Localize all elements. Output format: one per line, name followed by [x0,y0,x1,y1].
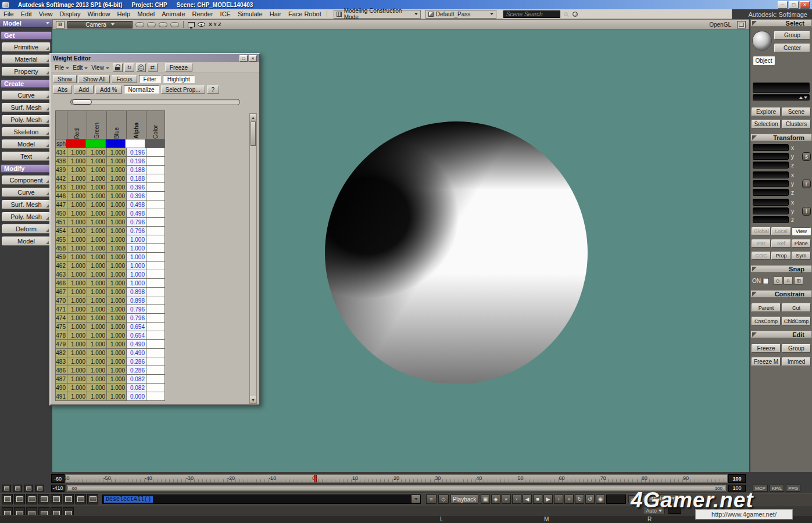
weight-editor-menu-item[interactable]: File [53,65,71,71]
scene-search-input[interactable]: Scene Search [503,10,560,18]
left-panel-button[interactable]: Property [2,67,51,76]
alpha-value-cell[interactable]: 0.082 [127,384,146,392]
red-value-cell[interactable]: 1.000 [67,323,87,331]
play-button[interactable]: ▶ [543,495,553,504]
maximize-pane-icon[interactable] [737,21,746,28]
viewport-pane-button[interactable]: B [56,21,65,28]
green-value-cell[interactable]: 1.000 [87,305,107,314]
blue-value-cell[interactable]: 1.000 [107,331,127,340]
search-options-icon[interactable] [573,12,578,17]
color-cell[interactable] [146,349,165,357]
grid-tool-icon[interactable] [35,485,44,492]
red-value-cell[interactable]: 1.000 [67,366,87,375]
color-cell[interactable] [146,174,165,183]
weight-editor-menu-item[interactable]: View [90,65,111,71]
weight-mode-button[interactable]: Normalize [124,85,159,94]
color-cell[interactable] [146,375,165,384]
blue-value-cell[interactable]: 1.000 [107,288,127,296]
sphere-object[interactable] [325,121,588,384]
left-panel-button[interactable]: Text [2,152,51,161]
filter-toggle-button[interactable]: Filter [139,75,161,83]
alpha-value-cell[interactable]: 0.188 [127,174,146,183]
blue-value-cell[interactable]: 1.000 [107,384,127,392]
blue-value-cell[interactable]: 1.000 [107,253,127,262]
green-column-header[interactable]: Green [87,110,107,139]
layout-double-icon[interactable] [14,494,25,504]
timeline-ruler[interactable]: -60-50-40-30-20-100102030405060708090 [65,474,728,483]
vertex-index-cell[interactable]: 455 [55,235,67,244]
alpha-value-cell[interactable]: 1.000 [127,235,146,244]
vertex-index-cell[interactable]: 459 [55,253,67,262]
red-value-cell[interactable]: 1.000 [67,331,87,340]
selection-button[interactable]: Selection [752,120,781,128]
playback-range-slider[interactable]: -60 100 [66,485,727,492]
alpha-value-cell[interactable]: 1.000 [127,253,146,262]
transform-mode-button[interactable]: s [802,152,811,161]
alpha-value-cell[interactable]: 0.082 [127,375,146,384]
axis-toggle[interactable]: X [208,22,213,27]
alpha-value-cell[interactable]: 0.796 [127,227,146,235]
menubar-item[interactable]: View [35,9,56,19]
layout-single-icon[interactable] [2,494,13,504]
alpha-value-cell[interactable]: 0.490 [127,349,146,357]
camera-memo-icon[interactable] [147,22,156,27]
blue-value-cell[interactable]: 1.000 [107,174,127,183]
edit-button[interactable]: Immed [782,357,811,366]
green-value-cell[interactable]: 1.000 [87,183,107,192]
color-column-header[interactable]: Color [146,110,165,139]
transform-option-button[interactable]: Prop [771,252,790,260]
alpha-value-cell[interactable]: 0.196 [127,157,146,166]
color-cell[interactable] [146,305,165,314]
red-value-cell[interactable]: 1.000 [67,279,87,288]
blue-value-cell[interactable]: 1.000 [107,296,127,305]
color-cell[interactable] [146,392,165,401]
transform-z-field[interactable] [753,162,789,169]
weight-mode-button[interactable]: ? [207,85,220,94]
camera-memo-icon[interactable] [170,22,179,27]
script-history-dropdown[interactable] [412,495,420,503]
color-cell[interactable] [146,288,165,296]
channel-swatch[interactable] [66,139,86,148]
alpha-column-header[interactable]: Alpha [127,110,146,139]
minimize-button[interactable]: – [778,1,788,9]
vertex-index-cell[interactable]: 471 [55,305,67,314]
filter-toggle-button[interactable]: Focus [112,75,137,83]
transform-y-field[interactable] [753,153,789,160]
vertex-index-cell[interactable]: 479 [55,340,67,349]
snap-grid-icon[interactable]: ⊞ [794,277,803,285]
green-value-cell[interactable]: 1.000 [87,262,107,270]
color-cell[interactable] [146,279,165,288]
maximize-button[interactable]: □ [789,1,799,9]
alpha-value-cell[interactable]: 0.396 [127,183,146,192]
left-panel-button[interactable]: Skeleton [2,127,51,137]
green-value-cell[interactable]: 1.000 [87,192,107,200]
alpha-value-cell[interactable]: 0.286 [127,357,146,366]
layout-preset-a-icon[interactable] [63,494,74,504]
vertex-index-cell[interactable]: 447 [55,200,67,209]
space-mode-button[interactable]: Local [771,227,790,235]
vertex-index-cell[interactable]: 439 [55,166,67,174]
blue-value-cell[interactable]: 1.000 [107,323,127,331]
command-log-icon[interactable]: ◇ [438,495,449,504]
left-panel-button[interactable]: Poly. Mesh [2,212,51,221]
alpha-value-cell[interactable]: 0.000 [127,392,146,401]
playback-options-button[interactable]: Playback [450,495,478,504]
reference-mode-button[interactable]: Ref [771,239,790,248]
color-cell[interactable] [146,253,165,262]
previous-key-button[interactable]: ‹ [512,495,521,504]
transform-y-field[interactable] [753,207,789,214]
axis-toggle[interactable]: Y [213,22,217,27]
alpha-value-cell[interactable]: 1.000 [127,262,146,270]
stop-button[interactable]: ■ [533,495,542,504]
next-key-button[interactable]: › [554,495,563,504]
color-cell[interactable] [146,192,165,200]
alpha-value-cell[interactable]: 0.196 [127,148,146,157]
color-cell[interactable] [146,218,165,227]
green-value-cell[interactable]: 1.000 [87,296,107,305]
vertex-index-cell[interactable]: 482 [55,349,67,357]
red-value-cell[interactable]: 1.000 [67,340,87,349]
color-cell[interactable] [146,366,165,375]
green-value-cell[interactable]: 1.000 [87,174,107,183]
vertex-index-cell[interactable]: 438 [55,157,67,166]
axis-toggle[interactable]: Z [217,22,222,27]
